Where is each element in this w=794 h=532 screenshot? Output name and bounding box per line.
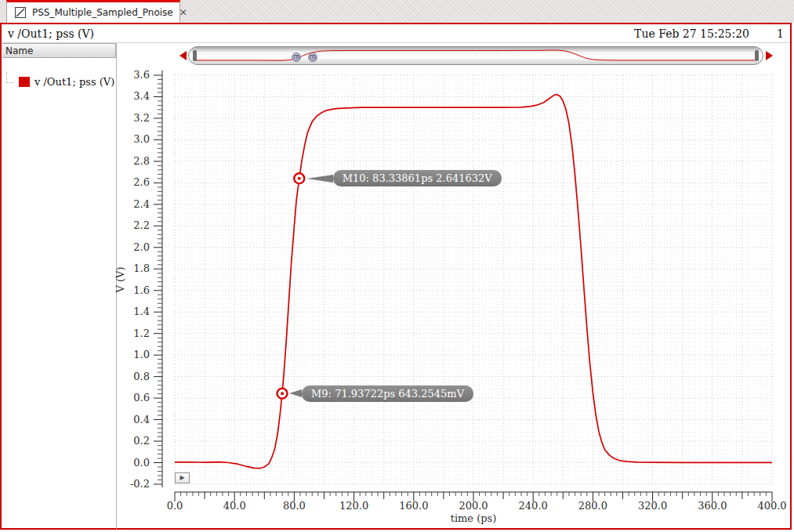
y-tick-label: 3.2: [133, 112, 150, 124]
y-tick-label: 0.0: [133, 457, 150, 469]
y-tick-label: 0.2: [133, 435, 150, 447]
y-tick-label: 0.6: [133, 392, 150, 404]
y-tick-label: 2.8: [133, 155, 150, 167]
x-tick-label: 360.0: [698, 500, 727, 512]
waveform-window: PSS_Multiple_Sampled_Pnoise ✕ v /Out1; p…: [0, 0, 794, 532]
y-tick-label: 2.4: [133, 198, 150, 210]
y-tick-label: 3.0: [133, 133, 150, 145]
y-tick-label: -0.2: [130, 478, 150, 490]
x-tick-label: 120.0: [339, 500, 368, 512]
y-tick-label: 1.6: [133, 284, 150, 296]
y-tick-label: 0.4: [133, 414, 150, 425]
play-icon: ▶: [179, 475, 184, 481]
y-tick-label: 2.2: [133, 219, 150, 231]
y-tick-label: 2.0: [133, 241, 150, 253]
y-tick-label: 2.6: [133, 176, 150, 188]
marker-m10-dot: [298, 177, 301, 180]
marker-m9-label[interactable]: M9: 71.93722ps 643.2545mV: [302, 385, 473, 402]
marker-m10-tooltip[interactable]: M10: 83.33861ps 2.641632V: [306, 170, 502, 187]
y-tick-label: 0.8: [133, 371, 150, 382]
x-tick-label: 80.0: [283, 500, 306, 512]
marker-m9-dot: [281, 392, 284, 395]
x-tick-label: 200.0: [459, 500, 488, 512]
y-tick-label: 1.0: [133, 349, 150, 360]
x-tick-label: 160.0: [399, 500, 428, 512]
y-tick-label: 1.4: [133, 306, 150, 317]
x-tick-label: 0.0: [167, 500, 183, 512]
marker-m10-label[interactable]: M10: 83.33861ps 2.641632V: [333, 170, 502, 186]
tooltip-tail: [289, 389, 302, 397]
plot-canvas[interactable]: 3.63.43.23.02.82.62.42.22.01.81.61.41.21…: [0, 0, 794, 532]
x-tick-label: 320.0: [638, 500, 667, 512]
x-tick-label: 400.0: [757, 500, 786, 512]
x-tick-label: 40.0: [223, 500, 246, 512]
y-tick-label: 1.2: [133, 328, 150, 339]
y-tick-label: 1.8: [133, 262, 150, 274]
strip-expand-button[interactable]: ▶: [175, 472, 190, 483]
x-tick-label: 240.0: [519, 500, 548, 512]
x-axis-title: time (ps): [451, 512, 497, 524]
y-tick-label: 3.4: [133, 90, 150, 102]
y-axis-title: V (V): [114, 266, 126, 293]
y-tick-label: 3.6: [133, 69, 150, 81]
marker-m9-tooltip[interactable]: M9: 71.93722ps 643.2545mV: [289, 385, 473, 402]
x-tick-label: 280.0: [578, 500, 607, 512]
tooltip-tail: [306, 175, 333, 183]
